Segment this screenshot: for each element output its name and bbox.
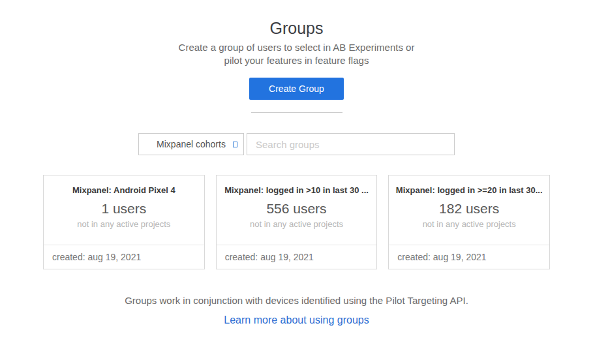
group-projects-note: not in any active projects	[217, 219, 377, 230]
group-projects-note: not in any active projects	[389, 219, 549, 230]
group-name: Mixpanel: Android Pixel 4	[44, 185, 204, 196]
cohort-source-dropdown-value: Mixpanel cohorts	[157, 139, 226, 149]
group-card[interactable]: Mixpanel: logged in >10 in last 30 ... 5…	[216, 175, 378, 269]
page-title: Groups	[0, 18, 593, 38]
group-card-body: Mixpanel: logged in >=20 in last 30... 1…	[389, 175, 549, 245]
group-created-date: created: aug 19, 2021	[44, 245, 204, 269]
group-card-body: Mixpanel: logged in >10 in last 30 ... 5…	[217, 175, 377, 245]
groups-page: Groups Create a group of users to select…	[0, 18, 593, 364]
dropdown-glyph-icon	[233, 142, 237, 147]
group-card[interactable]: Mixpanel: logged in >=20 in last 30... 1…	[388, 175, 550, 269]
group-users-count: 556 users	[217, 201, 377, 217]
header-divider	[251, 112, 342, 113]
cohort-source-dropdown[interactable]: Mixpanel cohorts	[138, 133, 244, 155]
groups-list: Mixpanel: Android Pixel 4 1 users not in…	[43, 175, 550, 269]
group-projects-note: not in any active projects	[44, 219, 204, 230]
group-created-date: created: aug 19, 2021	[217, 245, 377, 269]
filter-row: Mixpanel cohorts	[0, 133, 593, 155]
group-users-count: 182 users	[389, 201, 549, 217]
page-subtitle-line2: pilot your features in feature flags	[0, 54, 593, 67]
create-group-button[interactable]: Create Group	[249, 78, 344, 100]
search-groups-input[interactable]	[247, 133, 455, 155]
group-users-count: 1 users	[44, 201, 204, 217]
learn-more-link[interactable]: Learn more about using groups	[224, 314, 369, 327]
footer-info-text: Groups work in conjunction with devices …	[0, 294, 593, 307]
group-name: Mixpanel: logged in >10 in last 30 ...	[217, 185, 377, 196]
page-subtitle-line1: Create a group of users to select in AB …	[0, 41, 593, 54]
group-created-date: created: aug 19, 2021	[389, 245, 549, 269]
page-subtitle: Create a group of users to select in AB …	[0, 41, 593, 67]
group-name: Mixpanel: logged in >=20 in last 30...	[389, 185, 549, 196]
group-card[interactable]: Mixpanel: Android Pixel 4 1 users not in…	[43, 175, 205, 269]
group-card-body: Mixpanel: Android Pixel 4 1 users not in…	[44, 175, 204, 245]
